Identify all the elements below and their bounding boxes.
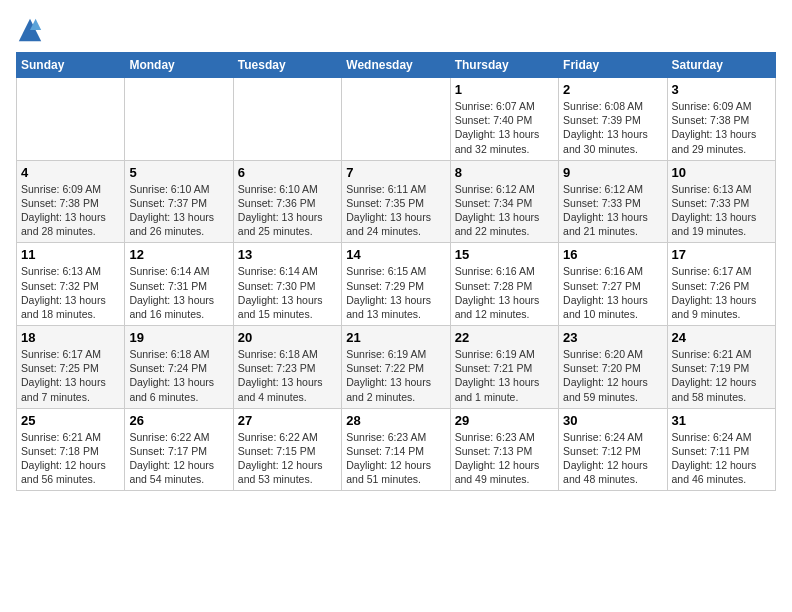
day-number: 5 — [129, 165, 228, 180]
calendar-cell: 4Sunrise: 6:09 AM Sunset: 7:38 PM Daylig… — [17, 160, 125, 243]
calendar: SundayMondayTuesdayWednesdayThursdayFrid… — [16, 52, 776, 491]
calendar-cell: 12Sunrise: 6:14 AM Sunset: 7:31 PM Dayli… — [125, 243, 233, 326]
day-info: Sunrise: 6:24 AM Sunset: 7:12 PM Dayligh… — [563, 430, 662, 487]
day-info: Sunrise: 6:18 AM Sunset: 7:24 PM Dayligh… — [129, 347, 228, 404]
day-info: Sunrise: 6:22 AM Sunset: 7:17 PM Dayligh… — [129, 430, 228, 487]
weekday-header-friday: Friday — [559, 53, 667, 78]
weekday-header-tuesday: Tuesday — [233, 53, 341, 78]
day-info: Sunrise: 6:10 AM Sunset: 7:36 PM Dayligh… — [238, 182, 337, 239]
calendar-cell — [233, 78, 341, 161]
day-info: Sunrise: 6:20 AM Sunset: 7:20 PM Dayligh… — [563, 347, 662, 404]
calendar-cell: 16Sunrise: 6:16 AM Sunset: 7:27 PM Dayli… — [559, 243, 667, 326]
day-info: Sunrise: 6:18 AM Sunset: 7:23 PM Dayligh… — [238, 347, 337, 404]
calendar-cell: 21Sunrise: 6:19 AM Sunset: 7:22 PM Dayli… — [342, 326, 450, 409]
day-number: 6 — [238, 165, 337, 180]
weekday-header-row: SundayMondayTuesdayWednesdayThursdayFrid… — [17, 53, 776, 78]
calendar-week-5: 25Sunrise: 6:21 AM Sunset: 7:18 PM Dayli… — [17, 408, 776, 491]
day-info: Sunrise: 6:14 AM Sunset: 7:30 PM Dayligh… — [238, 264, 337, 321]
calendar-cell: 11Sunrise: 6:13 AM Sunset: 7:32 PM Dayli… — [17, 243, 125, 326]
weekday-header-monday: Monday — [125, 53, 233, 78]
day-number: 13 — [238, 247, 337, 262]
calendar-cell: 8Sunrise: 6:12 AM Sunset: 7:34 PM Daylig… — [450, 160, 558, 243]
page-header — [16, 16, 776, 44]
day-info: Sunrise: 6:16 AM Sunset: 7:28 PM Dayligh… — [455, 264, 554, 321]
calendar-cell: 23Sunrise: 6:20 AM Sunset: 7:20 PM Dayli… — [559, 326, 667, 409]
day-number: 1 — [455, 82, 554, 97]
calendar-cell: 15Sunrise: 6:16 AM Sunset: 7:28 PM Dayli… — [450, 243, 558, 326]
day-info: Sunrise: 6:22 AM Sunset: 7:15 PM Dayligh… — [238, 430, 337, 487]
calendar-cell: 20Sunrise: 6:18 AM Sunset: 7:23 PM Dayli… — [233, 326, 341, 409]
day-number: 23 — [563, 330, 662, 345]
calendar-cell: 28Sunrise: 6:23 AM Sunset: 7:14 PM Dayli… — [342, 408, 450, 491]
day-number: 8 — [455, 165, 554, 180]
day-number: 31 — [672, 413, 771, 428]
weekday-header-sunday: Sunday — [17, 53, 125, 78]
day-info: Sunrise: 6:12 AM Sunset: 7:34 PM Dayligh… — [455, 182, 554, 239]
calendar-cell: 31Sunrise: 6:24 AM Sunset: 7:11 PM Dayli… — [667, 408, 775, 491]
day-number: 15 — [455, 247, 554, 262]
calendar-week-1: 1Sunrise: 6:07 AM Sunset: 7:40 PM Daylig… — [17, 78, 776, 161]
day-number: 30 — [563, 413, 662, 428]
calendar-cell: 18Sunrise: 6:17 AM Sunset: 7:25 PM Dayli… — [17, 326, 125, 409]
calendar-cell: 17Sunrise: 6:17 AM Sunset: 7:26 PM Dayli… — [667, 243, 775, 326]
day-info: Sunrise: 6:24 AM Sunset: 7:11 PM Dayligh… — [672, 430, 771, 487]
day-number: 9 — [563, 165, 662, 180]
day-info: Sunrise: 6:13 AM Sunset: 7:32 PM Dayligh… — [21, 264, 120, 321]
calendar-cell: 24Sunrise: 6:21 AM Sunset: 7:19 PM Dayli… — [667, 326, 775, 409]
day-info: Sunrise: 6:14 AM Sunset: 7:31 PM Dayligh… — [129, 264, 228, 321]
day-number: 25 — [21, 413, 120, 428]
day-info: Sunrise: 6:17 AM Sunset: 7:25 PM Dayligh… — [21, 347, 120, 404]
calendar-cell: 2Sunrise: 6:08 AM Sunset: 7:39 PM Daylig… — [559, 78, 667, 161]
day-number: 4 — [21, 165, 120, 180]
day-info: Sunrise: 6:23 AM Sunset: 7:13 PM Dayligh… — [455, 430, 554, 487]
calendar-cell: 14Sunrise: 6:15 AM Sunset: 7:29 PM Dayli… — [342, 243, 450, 326]
day-info: Sunrise: 6:21 AM Sunset: 7:18 PM Dayligh… — [21, 430, 120, 487]
day-number: 7 — [346, 165, 445, 180]
day-info: Sunrise: 6:13 AM Sunset: 7:33 PM Dayligh… — [672, 182, 771, 239]
day-info: Sunrise: 6:15 AM Sunset: 7:29 PM Dayligh… — [346, 264, 445, 321]
day-number: 29 — [455, 413, 554, 428]
calendar-cell: 7Sunrise: 6:11 AM Sunset: 7:35 PM Daylig… — [342, 160, 450, 243]
day-number: 26 — [129, 413, 228, 428]
calendar-cell: 29Sunrise: 6:23 AM Sunset: 7:13 PM Dayli… — [450, 408, 558, 491]
day-number: 2 — [563, 82, 662, 97]
calendar-week-2: 4Sunrise: 6:09 AM Sunset: 7:38 PM Daylig… — [17, 160, 776, 243]
calendar-cell: 1Sunrise: 6:07 AM Sunset: 7:40 PM Daylig… — [450, 78, 558, 161]
day-number: 11 — [21, 247, 120, 262]
day-info: Sunrise: 6:09 AM Sunset: 7:38 PM Dayligh… — [21, 182, 120, 239]
calendar-cell: 27Sunrise: 6:22 AM Sunset: 7:15 PM Dayli… — [233, 408, 341, 491]
calendar-cell: 30Sunrise: 6:24 AM Sunset: 7:12 PM Dayli… — [559, 408, 667, 491]
calendar-cell — [17, 78, 125, 161]
calendar-cell: 6Sunrise: 6:10 AM Sunset: 7:36 PM Daylig… — [233, 160, 341, 243]
day-info: Sunrise: 6:19 AM Sunset: 7:22 PM Dayligh… — [346, 347, 445, 404]
day-number: 18 — [21, 330, 120, 345]
calendar-cell — [125, 78, 233, 161]
day-number: 22 — [455, 330, 554, 345]
day-info: Sunrise: 6:21 AM Sunset: 7:19 PM Dayligh… — [672, 347, 771, 404]
day-number: 10 — [672, 165, 771, 180]
day-info: Sunrise: 6:09 AM Sunset: 7:38 PM Dayligh… — [672, 99, 771, 156]
day-info: Sunrise: 6:12 AM Sunset: 7:33 PM Dayligh… — [563, 182, 662, 239]
day-number: 12 — [129, 247, 228, 262]
day-number: 21 — [346, 330, 445, 345]
day-info: Sunrise: 6:07 AM Sunset: 7:40 PM Dayligh… — [455, 99, 554, 156]
calendar-cell: 19Sunrise: 6:18 AM Sunset: 7:24 PM Dayli… — [125, 326, 233, 409]
calendar-cell: 26Sunrise: 6:22 AM Sunset: 7:17 PM Dayli… — [125, 408, 233, 491]
logo — [16, 16, 48, 44]
calendar-cell: 5Sunrise: 6:10 AM Sunset: 7:37 PM Daylig… — [125, 160, 233, 243]
day-info: Sunrise: 6:11 AM Sunset: 7:35 PM Dayligh… — [346, 182, 445, 239]
calendar-cell: 10Sunrise: 6:13 AM Sunset: 7:33 PM Dayli… — [667, 160, 775, 243]
calendar-week-4: 18Sunrise: 6:17 AM Sunset: 7:25 PM Dayli… — [17, 326, 776, 409]
day-info: Sunrise: 6:19 AM Sunset: 7:21 PM Dayligh… — [455, 347, 554, 404]
calendar-week-3: 11Sunrise: 6:13 AM Sunset: 7:32 PM Dayli… — [17, 243, 776, 326]
day-number: 14 — [346, 247, 445, 262]
calendar-cell: 9Sunrise: 6:12 AM Sunset: 7:33 PM Daylig… — [559, 160, 667, 243]
day-number: 16 — [563, 247, 662, 262]
day-number: 20 — [238, 330, 337, 345]
day-number: 27 — [238, 413, 337, 428]
weekday-header-thursday: Thursday — [450, 53, 558, 78]
day-info: Sunrise: 6:23 AM Sunset: 7:14 PM Dayligh… — [346, 430, 445, 487]
day-info: Sunrise: 6:08 AM Sunset: 7:39 PM Dayligh… — [563, 99, 662, 156]
day-info: Sunrise: 6:10 AM Sunset: 7:37 PM Dayligh… — [129, 182, 228, 239]
calendar-cell: 25Sunrise: 6:21 AM Sunset: 7:18 PM Dayli… — [17, 408, 125, 491]
